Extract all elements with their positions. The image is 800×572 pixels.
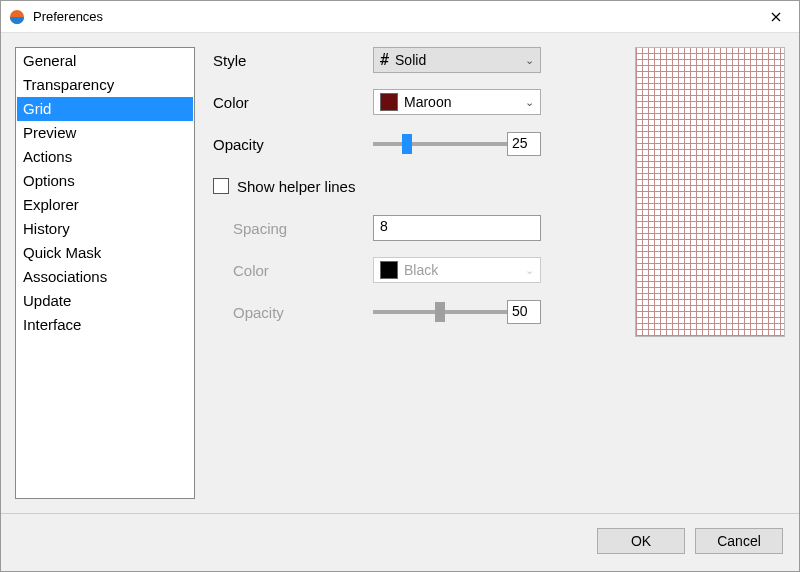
helper-opacity-label: Opacity	[213, 304, 373, 321]
grid-style-icon: #	[380, 51, 389, 69]
sidebar-item-grid[interactable]: Grid	[17, 97, 193, 121]
content-area: General Transparency Grid Preview Action…	[1, 33, 799, 513]
sidebar-item-history[interactable]: History	[17, 217, 193, 241]
app-icon	[9, 9, 25, 25]
category-list[interactable]: General Transparency Grid Preview Action…	[15, 47, 195, 499]
checkbox-box	[213, 178, 229, 194]
color-value: Maroon	[404, 94, 451, 110]
sidebar-item-associations[interactable]: Associations	[17, 265, 193, 289]
color-label: Color	[213, 94, 373, 111]
sidebar-item-options[interactable]: Options	[17, 169, 193, 193]
color-swatch	[380, 93, 398, 111]
opacity-label: Opacity	[213, 136, 373, 153]
dialog-footer: OK Cancel	[1, 513, 799, 557]
helper-spacing-label: Spacing	[213, 220, 373, 237]
sidebar-item-actions[interactable]: Actions	[17, 145, 193, 169]
window-title: Preferences	[33, 9, 103, 24]
helper-opacity-input: 50	[507, 300, 541, 324]
sidebar-item-update[interactable]: Update	[17, 289, 193, 313]
style-value: Solid	[395, 52, 426, 68]
opacity-input[interactable]: 25	[507, 132, 541, 156]
titlebar: Preferences	[1, 1, 799, 33]
chevron-down-icon: ⌄	[525, 264, 534, 277]
style-dropdown[interactable]: # Solid ⌄	[373, 47, 541, 73]
helper-color-label: Color	[213, 262, 373, 279]
chevron-down-icon: ⌄	[525, 96, 534, 109]
ok-button[interactable]: OK	[597, 528, 685, 554]
helper-color-value: Black	[404, 262, 438, 278]
helper-spacing-input[interactable]: 8	[373, 215, 541, 241]
sidebar-item-preview[interactable]: Preview	[17, 121, 193, 145]
sidebar-item-quick-mask[interactable]: Quick Mask	[17, 241, 193, 265]
color-dropdown[interactable]: Maroon ⌄	[373, 89, 541, 115]
show-helper-lines-checkbox[interactable]: Show helper lines	[213, 178, 355, 195]
sidebar-item-general[interactable]: General	[17, 49, 193, 73]
close-button[interactable]	[753, 1, 799, 33]
grid-preview	[635, 47, 785, 337]
close-icon	[771, 12, 781, 22]
helper-color-dropdown: Black ⌄	[373, 257, 541, 283]
style-label: Style	[213, 52, 373, 69]
opacity-slider[interactable]	[373, 134, 507, 154]
sidebar-item-explorer[interactable]: Explorer	[17, 193, 193, 217]
sidebar-item-transparency[interactable]: Transparency	[17, 73, 193, 97]
show-helper-lines-label: Show helper lines	[237, 178, 355, 195]
cancel-button[interactable]: Cancel	[695, 528, 783, 554]
sidebar-item-interface[interactable]: Interface	[17, 313, 193, 337]
helper-opacity-slider	[373, 302, 507, 322]
settings-panel: Style # Solid ⌄ Color Maroon ⌄ Opacity	[213, 47, 785, 499]
helper-color-swatch	[380, 261, 398, 279]
chevron-down-icon: ⌄	[525, 54, 534, 67]
